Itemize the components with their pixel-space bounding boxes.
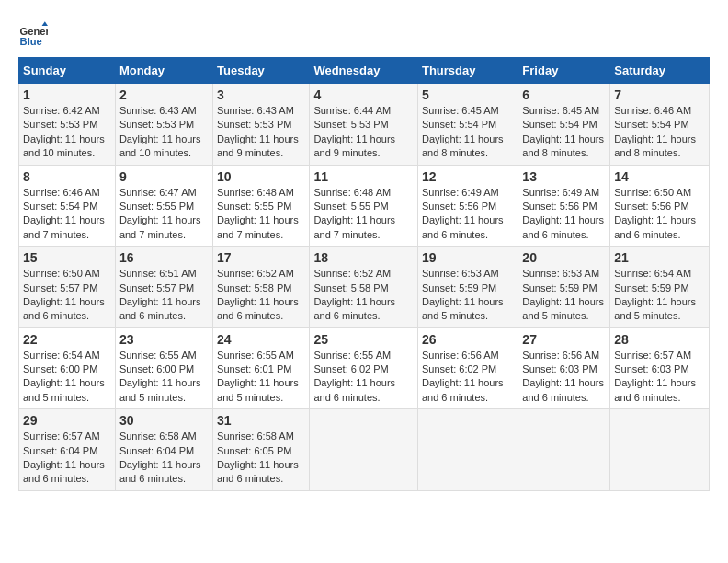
- day-info: Sunrise: 6:48 AMSunset: 5:55 PMDaylight:…: [313, 186, 414, 243]
- day-cell-23: 23Sunrise: 6:55 AMSunset: 6:00 PMDayligh…: [115, 327, 212, 409]
- day-number: 5: [422, 87, 514, 102]
- day-info: Sunrise: 6:43 AMSunset: 5:53 PMDaylight:…: [119, 104, 209, 161]
- day-number: 15: [23, 250, 111, 265]
- day-cell-18: 18Sunrise: 6:52 AMSunset: 5:58 PMDayligh…: [310, 247, 418, 328]
- col-saturday: Saturday: [610, 58, 710, 84]
- day-cell-28: 28Sunrise: 6:57 AMSunset: 6:03 PMDayligh…: [610, 327, 710, 409]
- day-info: Sunrise: 6:45 AMSunset: 5:54 PMDaylight:…: [522, 104, 606, 161]
- day-cell-4: 4Sunrise: 6:44 AMSunset: 5:53 PMDaylight…: [310, 84, 418, 166]
- svg-marker-2: [42, 21, 48, 26]
- day-cell-14: 14Sunrise: 6:50 AMSunset: 5:56 PMDayligh…: [610, 165, 710, 247]
- day-cell-24: 24Sunrise: 6:55 AMSunset: 6:01 PMDayligh…: [213, 327, 310, 409]
- col-sunday: Sunday: [19, 58, 116, 84]
- col-tuesday: Tuesday: [213, 58, 310, 84]
- day-number: 14: [614, 169, 705, 184]
- day-cell-null: [518, 409, 610, 491]
- day-number: 21: [614, 250, 705, 265]
- day-cell-16: 16Sunrise: 6:51 AMSunset: 5:57 PMDayligh…: [115, 247, 212, 328]
- day-info: Sunrise: 6:56 AMSunset: 6:02 PMDaylight:…: [422, 349, 514, 406]
- logo: General Blue: [18, 18, 51, 48]
- calendar-week-2: 8Sunrise: 6:46 AMSunset: 5:54 PMDaylight…: [19, 165, 710, 247]
- day-info: Sunrise: 6:58 AMSunset: 6:04 PMDaylight:…: [119, 430, 209, 487]
- day-cell-1: 1Sunrise: 6:42 AMSunset: 5:53 PMDaylight…: [19, 84, 116, 166]
- day-cell-13: 13Sunrise: 6:49 AMSunset: 5:56 PMDayligh…: [518, 165, 610, 247]
- day-number: 19: [422, 250, 514, 265]
- day-cell-22: 22Sunrise: 6:54 AMSunset: 6:00 PMDayligh…: [19, 327, 116, 409]
- day-info: Sunrise: 6:55 AMSunset: 6:00 PMDaylight:…: [119, 349, 209, 406]
- col-wednesday: Wednesday: [310, 58, 418, 84]
- day-info: Sunrise: 6:47 AMSunset: 5:55 PMDaylight:…: [119, 186, 209, 243]
- day-number: 2: [119, 87, 209, 102]
- day-cell-3: 3Sunrise: 6:43 AMSunset: 5:53 PMDaylight…: [213, 84, 310, 166]
- day-number: 24: [217, 332, 305, 347]
- day-number: 16: [119, 250, 209, 265]
- day-cell-25: 25Sunrise: 6:55 AMSunset: 6:02 PMDayligh…: [310, 327, 418, 409]
- calendar-week-5: 29Sunrise: 6:57 AMSunset: 6:04 PMDayligh…: [19, 409, 710, 491]
- svg-text:General: General: [20, 26, 48, 37]
- day-number: 26: [422, 332, 514, 347]
- day-info: Sunrise: 6:53 AMSunset: 5:59 PMDaylight:…: [422, 267, 514, 324]
- day-number: 30: [119, 413, 209, 428]
- day-cell-27: 27Sunrise: 6:56 AMSunset: 6:03 PMDayligh…: [518, 327, 610, 409]
- day-number: 12: [422, 169, 514, 184]
- day-number: 28: [614, 332, 705, 347]
- day-info: Sunrise: 6:53 AMSunset: 5:59 PMDaylight:…: [522, 267, 606, 324]
- calendar-table: Sunday Monday Tuesday Wednesday Thursday…: [18, 57, 710, 491]
- svg-text:Blue: Blue: [20, 36, 42, 47]
- day-info: Sunrise: 6:49 AMSunset: 5:56 PMDaylight:…: [522, 186, 606, 243]
- day-cell-26: 26Sunrise: 6:56 AMSunset: 6:02 PMDayligh…: [417, 327, 518, 409]
- day-cell-8: 8Sunrise: 6:46 AMSunset: 5:54 PMDaylight…: [19, 165, 116, 247]
- day-info: Sunrise: 6:51 AMSunset: 5:57 PMDaylight:…: [119, 267, 209, 324]
- day-info: Sunrise: 6:57 AMSunset: 6:04 PMDaylight:…: [23, 430, 111, 487]
- day-cell-10: 10Sunrise: 6:48 AMSunset: 5:55 PMDayligh…: [213, 165, 310, 247]
- day-number: 10: [217, 169, 305, 184]
- day-number: 1: [23, 87, 111, 102]
- page-header: General Blue: [18, 18, 710, 48]
- day-cell-null: [610, 409, 710, 491]
- day-cell-null: [417, 409, 518, 491]
- day-info: Sunrise: 6:58 AMSunset: 6:05 PMDaylight:…: [217, 430, 305, 487]
- day-info: Sunrise: 6:54 AMSunset: 6:00 PMDaylight:…: [23, 349, 111, 406]
- day-cell-9: 9Sunrise: 6:47 AMSunset: 5:55 PMDaylight…: [115, 165, 212, 247]
- calendar-week-3: 15Sunrise: 6:50 AMSunset: 5:57 PMDayligh…: [19, 247, 710, 328]
- day-info: Sunrise: 6:46 AMSunset: 5:54 PMDaylight:…: [614, 104, 705, 161]
- day-cell-19: 19Sunrise: 6:53 AMSunset: 5:59 PMDayligh…: [417, 247, 518, 328]
- col-monday: Monday: [115, 58, 212, 84]
- day-number: 9: [119, 169, 209, 184]
- day-info: Sunrise: 6:52 AMSunset: 5:58 PMDaylight:…: [313, 267, 414, 324]
- day-number: 7: [614, 87, 705, 102]
- day-info: Sunrise: 6:45 AMSunset: 5:54 PMDaylight:…: [422, 104, 514, 161]
- day-number: 11: [313, 169, 414, 184]
- day-info: Sunrise: 6:56 AMSunset: 6:03 PMDaylight:…: [522, 349, 606, 406]
- day-cell-7: 7Sunrise: 6:46 AMSunset: 5:54 PMDaylight…: [610, 84, 710, 166]
- day-cell-6: 6Sunrise: 6:45 AMSunset: 5:54 PMDaylight…: [518, 84, 610, 166]
- header-row: Sunday Monday Tuesday Wednesday Thursday…: [19, 58, 710, 84]
- day-info: Sunrise: 6:49 AMSunset: 5:56 PMDaylight:…: [422, 186, 514, 243]
- day-number: 20: [522, 250, 606, 265]
- day-number: 8: [23, 169, 111, 184]
- day-info: Sunrise: 6:54 AMSunset: 5:59 PMDaylight:…: [614, 267, 705, 324]
- day-number: 17: [217, 250, 305, 265]
- day-cell-null: [310, 409, 418, 491]
- day-info: Sunrise: 6:44 AMSunset: 5:53 PMDaylight:…: [313, 104, 414, 161]
- day-cell-21: 21Sunrise: 6:54 AMSunset: 5:59 PMDayligh…: [610, 247, 710, 328]
- day-cell-29: 29Sunrise: 6:57 AMSunset: 6:04 PMDayligh…: [19, 409, 116, 491]
- day-number: 27: [522, 332, 606, 347]
- day-number: 29: [23, 413, 111, 428]
- col-friday: Friday: [518, 58, 610, 84]
- day-info: Sunrise: 6:55 AMSunset: 6:02 PMDaylight:…: [313, 349, 414, 406]
- day-info: Sunrise: 6:42 AMSunset: 5:53 PMDaylight:…: [23, 104, 111, 161]
- calendar-week-1: 1Sunrise: 6:42 AMSunset: 5:53 PMDaylight…: [19, 84, 710, 166]
- day-info: Sunrise: 6:46 AMSunset: 5:54 PMDaylight:…: [23, 186, 111, 243]
- day-number: 22: [23, 332, 111, 347]
- day-cell-5: 5Sunrise: 6:45 AMSunset: 5:54 PMDaylight…: [417, 84, 518, 166]
- col-thursday: Thursday: [417, 58, 518, 84]
- day-info: Sunrise: 6:48 AMSunset: 5:55 PMDaylight:…: [217, 186, 305, 243]
- day-number: 23: [119, 332, 209, 347]
- day-cell-17: 17Sunrise: 6:52 AMSunset: 5:58 PMDayligh…: [213, 247, 310, 328]
- day-number: 6: [522, 87, 606, 102]
- day-cell-30: 30Sunrise: 6:58 AMSunset: 6:04 PMDayligh…: [115, 409, 212, 491]
- day-info: Sunrise: 6:57 AMSunset: 6:03 PMDaylight:…: [614, 349, 705, 406]
- day-number: 31: [217, 413, 305, 428]
- calendar-week-4: 22Sunrise: 6:54 AMSunset: 6:00 PMDayligh…: [19, 327, 710, 409]
